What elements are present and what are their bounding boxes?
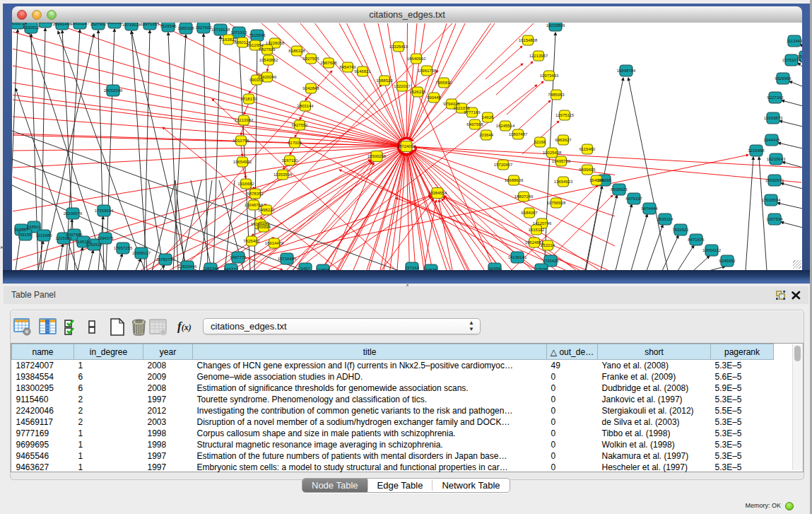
svg-text:18300295: 18300295 bbox=[367, 154, 387, 158]
svg-text:1294275: 1294275 bbox=[97, 236, 114, 240]
svg-text:5498222: 5498222 bbox=[258, 208, 275, 212]
svg-text:9827509: 9827509 bbox=[259, 47, 276, 52]
svg-text:1527602: 1527602 bbox=[195, 25, 212, 30]
svg-text:9457: 9457 bbox=[300, 267, 310, 270]
svg-text:1733426: 1733426 bbox=[542, 259, 559, 263]
svg-text:15716485: 15716485 bbox=[278, 257, 297, 261]
svg-text:9242848: 9242848 bbox=[302, 86, 319, 90]
svg-text:9115460: 9115460 bbox=[579, 147, 596, 151]
svg-text:2097586: 2097586 bbox=[66, 233, 83, 237]
svg-text:9457771: 9457771 bbox=[230, 255, 247, 259]
svg-text:10961758: 10961758 bbox=[418, 69, 437, 73]
svg-text:8938923: 8938923 bbox=[611, 187, 628, 192]
svg-text:94576: 94576 bbox=[425, 268, 437, 270]
svg-text:3215958: 3215958 bbox=[748, 148, 765, 153]
svg-text:10543862: 10543862 bbox=[259, 58, 278, 62]
svg-text:3427552: 3427552 bbox=[291, 123, 308, 127]
svg-text:14136141: 14136141 bbox=[508, 255, 527, 259]
svg-text:13226058: 13226058 bbox=[266, 41, 285, 45]
svg-text:10756928: 10756928 bbox=[547, 201, 566, 205]
svg-text:8186328: 8186328 bbox=[288, 49, 305, 53]
svg-text:15692971: 15692971 bbox=[765, 178, 784, 182]
svg-text:10654112: 10654112 bbox=[702, 248, 722, 252]
svg-text:10719128: 10719128 bbox=[122, 23, 141, 27]
svg-text:8471676: 8471676 bbox=[688, 238, 705, 242]
svg-text:945777: 945777 bbox=[224, 267, 239, 270]
svg-text:9146821: 9146821 bbox=[354, 69, 371, 74]
svg-text:1588520: 1588520 bbox=[376, 78, 393, 83]
svg-text:16033809: 16033809 bbox=[546, 23, 565, 28]
svg-text:317006: 317006 bbox=[288, 141, 302, 145]
svg-text:7515546: 7515546 bbox=[160, 24, 177, 28]
svg-text:9699695: 9699695 bbox=[579, 168, 596, 172]
svg-text:1215680: 1215680 bbox=[35, 233, 52, 238]
svg-text:12505: 12505 bbox=[536, 267, 548, 270]
svg-text:19495756: 19495756 bbox=[552, 159, 571, 163]
svg-text:10046766: 10046766 bbox=[245, 203, 264, 207]
svg-text:5878352: 5878352 bbox=[247, 192, 264, 196]
svg-text:12975115: 12975115 bbox=[555, 113, 575, 117]
svg-text:20206576: 20206576 bbox=[64, 211, 83, 216]
svg-text:7485063: 7485063 bbox=[548, 93, 565, 97]
svg-text:16640910: 16640910 bbox=[407, 57, 426, 61]
svg-text:7515546: 7515546 bbox=[249, 33, 266, 37]
svg-text:15958117: 15958117 bbox=[132, 251, 151, 255]
svg-text:10971355: 10971355 bbox=[141, 23, 160, 26]
svg-text:16914479: 16914479 bbox=[265, 241, 284, 245]
svg-text:9327505: 9327505 bbox=[302, 57, 319, 61]
svg-text:14120746: 14120746 bbox=[533, 221, 552, 226]
svg-text:92456: 92456 bbox=[489, 267, 501, 270]
svg-text:9474444: 9474444 bbox=[641, 206, 658, 211]
svg-text:164095: 164095 bbox=[589, 178, 604, 182]
svg-text:16210643: 16210643 bbox=[767, 157, 786, 161]
svg-text:1615112: 1615112 bbox=[529, 228, 546, 232]
svg-text:11353594: 11353594 bbox=[273, 173, 293, 177]
svg-text:9184067: 9184067 bbox=[521, 211, 538, 215]
svg-text:17016504: 17016504 bbox=[762, 198, 781, 202]
svg-text:16782759: 16782759 bbox=[156, 257, 175, 262]
svg-text:9227342: 9227342 bbox=[767, 95, 784, 100]
svg-text:16848784: 16848784 bbox=[617, 69, 636, 73]
svg-text:62166: 62166 bbox=[534, 140, 546, 144]
svg-text:2967608: 2967608 bbox=[320, 61, 337, 65]
svg-text:10653287: 10653287 bbox=[71, 23, 90, 25]
svg-text:9777169: 9777169 bbox=[464, 110, 481, 115]
svg-text:7955812: 7955812 bbox=[435, 81, 452, 85]
svg-text:124505: 124505 bbox=[316, 268, 331, 270]
svg-text:18807249: 18807249 bbox=[514, 194, 534, 199]
svg-text:1930512: 1930512 bbox=[23, 25, 40, 30]
svg-text:7625402: 7625402 bbox=[243, 239, 260, 243]
svg-text:203644: 203644 bbox=[479, 133, 494, 137]
svg-text:12213382: 12213382 bbox=[235, 118, 254, 122]
svg-text:157164: 157164 bbox=[405, 266, 420, 270]
svg-text:9245652: 9245652 bbox=[719, 259, 736, 263]
svg-text:1244415: 1244415 bbox=[763, 138, 780, 142]
svg-text:1519606: 1519606 bbox=[797, 54, 802, 59]
svg-text:19384554: 19384554 bbox=[428, 191, 447, 195]
svg-text:1626215: 1626215 bbox=[409, 90, 426, 94]
svg-text:13325419: 13325419 bbox=[389, 45, 408, 49]
svg-text:7515521: 7515521 bbox=[37, 23, 54, 24]
svg-text:13654923: 13654923 bbox=[554, 180, 573, 184]
svg-text:1322017: 1322017 bbox=[394, 84, 411, 88]
svg-text:1916682: 1916682 bbox=[237, 182, 254, 186]
svg-text:20053346: 20053346 bbox=[104, 88, 123, 93]
svg-text:20991406: 20991406 bbox=[53, 23, 72, 26]
svg-text:16154808: 16154808 bbox=[519, 38, 538, 42]
svg-text:160994: 160994 bbox=[257, 225, 271, 229]
svg-text:1065328: 1065328 bbox=[177, 26, 194, 30]
svg-text:17957255: 17957255 bbox=[114, 246, 133, 250]
svg-text:2935114: 2935114 bbox=[657, 217, 674, 221]
svg-text:158501: 158501 bbox=[27, 225, 42, 229]
svg-text:6479197: 6479197 bbox=[625, 197, 642, 201]
svg-text:1267534: 1267534 bbox=[766, 217, 783, 221]
svg-text:990443: 990443 bbox=[427, 95, 442, 100]
svg-text:3267110: 3267110 bbox=[282, 158, 299, 163]
svg-text:16245514: 16245514 bbox=[496, 124, 515, 128]
svg-text:6466160: 6466160 bbox=[106, 23, 123, 25]
svg-text:7632621: 7632621 bbox=[672, 228, 689, 232]
svg-text:10688609: 10688609 bbox=[505, 178, 524, 182]
svg-text:1112443: 1112443 bbox=[787, 39, 802, 43]
svg-text:1527602: 1527602 bbox=[90, 23, 107, 26]
svg-text:12213967: 12213967 bbox=[529, 54, 548, 58]
